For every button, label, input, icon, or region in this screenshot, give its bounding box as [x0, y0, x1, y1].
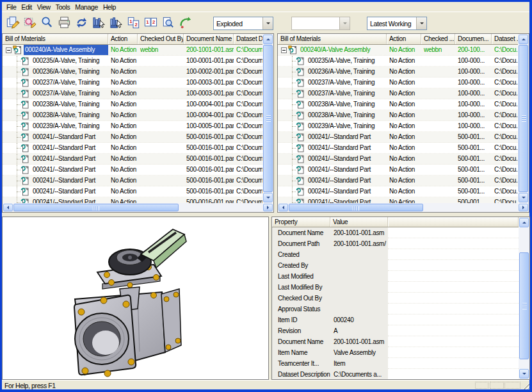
menu-file[interactable]: File [4, 3, 19, 12]
property-row[interactable]: Created By [272, 260, 519, 271]
property-row[interactable]: Checked Out By [272, 293, 519, 304]
bom-row[interactable]: 000241/--Standard PartNo Action500-0016-… [3, 197, 262, 203]
scroll-thumb[interactable] [13, 204, 179, 211]
synchronize-bom-icon[interactable] [74, 15, 89, 30]
copy-bom-first-icon[interactable] [92, 15, 106, 30]
scroll-down-button[interactable] [519, 193, 528, 202]
combo-dropdown-button[interactable] [416, 17, 426, 29]
scroll-up-button[interactable] [519, 35, 528, 44]
zoom-icon[interactable] [40, 15, 54, 30]
compare-contents-icon[interactable]: 12 [143, 15, 158, 30]
left-horizontal-scrollbar[interactable] [3, 203, 273, 212]
scroll-down-button[interactable] [263, 193, 273, 202]
bom-row[interactable]: 000235/A-Valve, TrainingNo Action100-000… [278, 56, 518, 67]
column-header-bill-of-materials[interactable]: Bill of Materials [278, 34, 387, 44]
refresh-actions-icon[interactable] [178, 15, 193, 30]
bom-row[interactable]: 000239/A-Valve, TrainingNo Action100-000… [278, 121, 518, 132]
menu-manage[interactable]: Manage [72, 3, 101, 12]
properties-vertical-scrollbar[interactable] [519, 217, 529, 379]
property-row[interactable]: Document Name200-1001-001.asm [272, 227, 519, 238]
combo-dropdown-button[interactable] [262, 17, 273, 29]
expand-collapse-toggle[interactable] [6, 47, 12, 53]
property-row[interactable]: Item ID000240 [272, 314, 519, 325]
bom-row[interactable]: 000236/A-Valve, TrainingNo Action100-000… [3, 67, 262, 78]
scroll-thumb[interactable] [263, 45, 273, 192]
column-header-property[interactable]: Property [272, 217, 330, 227]
revision-rule-combo[interactable]: Latest Working [367, 17, 427, 30]
scroll-thumb[interactable] [289, 204, 423, 211]
bom-row[interactable]: 000241/--Standard PartNo Action500-001..… [278, 165, 518, 176]
property-row[interactable]: Last Modified [272, 271, 519, 282]
column-header-dataset-[interactable]: Dataset . [492, 34, 518, 44]
bom-row[interactable]: 000238/A-Valve, TrainingNo Action100-000… [278, 110, 518, 121]
menu-tools[interactable]: Tools [53, 3, 73, 12]
bom-row[interactable]: 000237/A-Valve, TrainingNo Action100-000… [278, 78, 518, 88]
bom-row[interactable]: 000241/--Standard PartNo Action500-001..… [278, 143, 518, 154]
bom-row[interactable]: 000237/A-Valve, TrainingNo Action100-000… [278, 88, 518, 99]
column-header-checked-out-by[interactable]: Checked Out By [138, 34, 184, 44]
menu-view[interactable]: View [35, 3, 53, 12]
property-row[interactable]: Created [272, 249, 519, 260]
scroll-up-button[interactable] [519, 218, 529, 227]
menu-edit[interactable]: Edit [19, 3, 35, 12]
bom-row[interactable]: 000241/--Standard PartNo Action500-0016-… [3, 154, 262, 165]
part-viewer[interactable] [2, 216, 269, 380]
property-row[interactable]: RevisionA [272, 325, 519, 336]
scroll-thumb[interactable] [519, 45, 528, 192]
redline-markup-icon[interactable] [22, 15, 37, 30]
bom-row[interactable]: 000237/A-Valve, TrainingNo Action100-000… [3, 88, 262, 99]
bom-row[interactable]: 000238/A-Valve, TrainingNo Action100-000… [3, 99, 262, 110]
right-horizontal-scrollbar[interactable] [278, 203, 529, 212]
bom-row[interactable]: 000240/A-Valve AssemblyNo Actionwebbn200… [278, 45, 518, 56]
bom-row[interactable]: 000241/--Standard PartNo Action500-001..… [278, 176, 518, 186]
bom-row[interactable]: 000241/--Standard PartNo Action500-001..… [278, 197, 518, 203]
property-row[interactable]: Last Modified By [272, 282, 519, 293]
edit-document-icon[interactable] [5, 15, 20, 30]
expand-collapse-toggle[interactable] [281, 47, 287, 53]
bom-row[interactable]: 000241/--Standard PartNo Action500-0016-… [3, 186, 262, 197]
display-configuration-combo[interactable]: Exploded [213, 17, 273, 30]
property-row[interactable]: Document Path200-1001-001.asm/ [272, 238, 519, 249]
left-vertical-scrollbar[interactable] [262, 34, 273, 203]
scroll-right-button[interactable] [519, 204, 528, 211]
print-icon[interactable] [57, 15, 72, 30]
property-row[interactable]: Approval Status [272, 304, 519, 314]
scroll-left-button[interactable] [3, 204, 13, 211]
column-header-action[interactable]: Action [108, 34, 138, 44]
column-header-checked-[interactable]: Checked ... [421, 34, 455, 44]
right-vertical-scrollbar[interactable] [518, 34, 529, 203]
bom-row[interactable]: 000239/A-Valve, TrainingNo Action100-000… [3, 121, 262, 132]
bom-row[interactable]: 000241/--Standard PartNo Action500-001..… [278, 186, 518, 197]
column-header-value[interactable]: Value [330, 217, 388, 227]
bom-row[interactable]: 000241/--Standard PartNo Action500-0016-… [3, 143, 262, 154]
column-header-bill-of-materials[interactable]: Bill of Materials [3, 34, 108, 44]
menu-help[interactable]: Help [101, 3, 118, 12]
column-header-document-name[interactable]: Document Name [184, 34, 234, 44]
scroll-right-button[interactable] [263, 204, 273, 211]
preview-document-icon[interactable] [161, 15, 175, 30]
bom-row[interactable]: 000237/A-Valve, TrainingNo Action100-000… [3, 78, 262, 88]
scroll-down-button[interactable] [519, 369, 529, 379]
bom-row[interactable]: 000235/A-Valve, TrainingNo Action100-000… [3, 56, 262, 67]
copy-bom-second-icon[interactable] [109, 15, 124, 30]
bom-row[interactable]: 000240/A-Valve AssemblyNo Actionwebbn200… [3, 45, 262, 56]
scroll-thumb[interactable] [519, 252, 529, 359]
scroll-up-button[interactable] [263, 35, 273, 44]
bom-row[interactable]: 000241/--Standard PartNo Action500-0016-… [3, 132, 262, 143]
bom-row[interactable]: 000241/--Standard PartNo Action500-001..… [278, 154, 518, 165]
bom-row[interactable]: 000241/--Standard PartNo Action500-001..… [278, 132, 518, 143]
bom-row[interactable]: 000241/--Standard PartNo Action500-0016-… [3, 176, 262, 186]
compare-documents-icon[interactable]: 12 [126, 15, 141, 30]
property-row[interactable]: Item NameValve Assembly [272, 347, 519, 358]
property-row[interactable]: Teamcenter It...Item [272, 358, 519, 369]
bom-row[interactable]: 000238/A-Valve, TrainingNo Action100-000… [3, 110, 262, 121]
column-header-action[interactable]: Action [387, 34, 421, 44]
bom-row[interactable]: 000241/--Standard PartNo Action500-0016-… [3, 165, 262, 176]
resize-grip[interactable] [522, 382, 529, 389]
scroll-left-button[interactable] [278, 204, 288, 211]
column-header-dataset-de[interactable]: Dataset De [234, 34, 262, 44]
bom-row[interactable]: 000236/A-Valve, TrainingNo Action100-000… [278, 67, 518, 78]
bom-row[interactable]: 000238/A-Valve, TrainingNo Action100-000… [278, 99, 518, 110]
column-header-documen-[interactable]: Documen... [455, 34, 492, 44]
property-row[interactable]: Document Name200-1001-001.asm [272, 336, 519, 347]
